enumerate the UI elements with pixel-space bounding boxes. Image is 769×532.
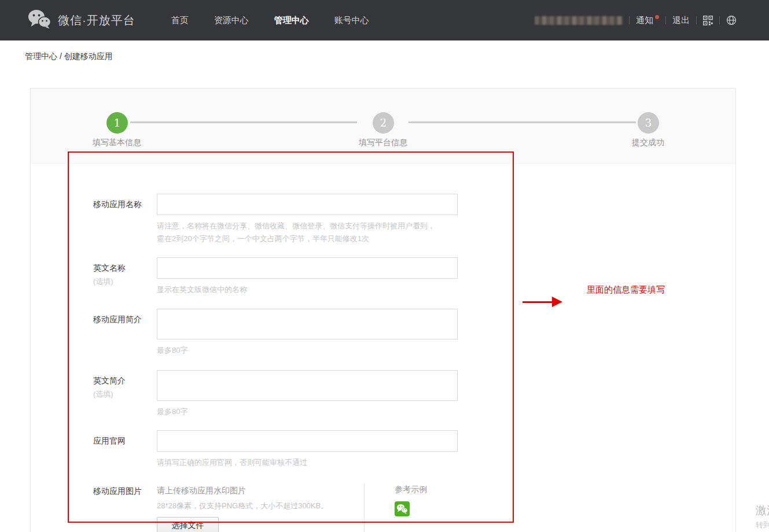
upload-instruction-line1: 请上传移动应用水印图片	[157, 485, 364, 496]
english-name-input[interactable]	[157, 257, 458, 279]
field-label-text: 英文简介	[93, 376, 126, 385]
create-app-panel: 1 填写基本信息 2 填写平台信息 3 提交成功 移动应用名称 请注意，名称将在…	[30, 88, 736, 532]
field-hint: 最多80字	[157, 344, 458, 357]
globe-icon[interactable]	[726, 15, 737, 25]
form-row-english-intro: 英文简介 (选填) 最多80字	[93, 370, 735, 418]
english-intro-textarea[interactable]	[157, 370, 458, 401]
notification-dot	[655, 15, 659, 19]
divider	[629, 16, 630, 24]
field-label: 移动应用简介	[93, 309, 157, 357]
divider	[665, 16, 666, 24]
field-label-text: 英文名称	[93, 263, 126, 272]
field-hint: 显示在英文版微信中的名称	[157, 283, 458, 296]
step-connector	[130, 121, 357, 123]
wechat-logo-icon	[28, 9, 51, 31]
divider	[719, 16, 720, 24]
divider	[696, 16, 697, 24]
qr-code-icon[interactable]	[703, 16, 713, 25]
upload-instruction-line2: 28*28像素，仅支持PNG格式，大小不超过300KB。	[157, 501, 364, 511]
optional-tag: (选填)	[93, 389, 157, 400]
nav-item-resources[interactable]: 资源中心	[214, 15, 249, 26]
field-hint: 请注意，名称将在微信分享、微信收藏、微信登录、微信支付等操作时被用户看到，	[157, 220, 458, 232]
field-label: 应用官网	[93, 430, 157, 469]
example-section: 参考示例	[364, 483, 427, 532]
top-navbar: 微信·开放平台 首页 资源中心 管理中心 账号中心 通知 退出	[0, 0, 769, 40]
annotation-text: 里面的信息需要填写	[587, 285, 665, 295]
wechat-green-icon	[395, 501, 427, 519]
step-label-3: 提交成功	[602, 138, 694, 148]
nav-item-management[interactable]: 管理中心	[274, 15, 309, 26]
step-circle-2: 2	[373, 112, 394, 134]
brand-title: 微信·开放平台	[58, 13, 135, 28]
basic-info-form: 移动应用名称 请注意，名称将在微信分享、微信收藏、微信登录、微信支付等操作时被用…	[31, 164, 735, 532]
form-row-app-intro: 移动应用简介 最多80字	[93, 309, 735, 357]
breadcrumb: 管理中心 / 创建移动应用	[25, 51, 113, 62]
breadcrumb-separator: /	[57, 51, 64, 61]
upload-instructions: 请上传移动应用水印图片 28*28像素，仅支持PNG格式，大小不超过300KB。…	[157, 483, 364, 532]
form-row-official-site: 应用官网 请填写正确的应用官网，否则可能审核不通过	[93, 430, 735, 469]
official-site-input[interactable]	[157, 430, 458, 452]
nav-item-home[interactable]: 首页	[171, 15, 189, 26]
field-label: 英文简介 (选填)	[93, 370, 157, 418]
example-label: 参考示例	[395, 483, 427, 495]
field-label: 英文名称 (选填)	[93, 257, 157, 296]
field-label: 移动应用名称	[93, 194, 157, 245]
step-circle-3: 3	[638, 112, 659, 134]
header-right-cluster: 通知 退出	[535, 0, 737, 40]
nav-item-account[interactable]: 账号中心	[334, 15, 369, 26]
main-nav: 首页 资源中心 管理中心 账号中心	[171, 15, 369, 26]
field-hint: 请填写正确的应用官网，否则可能审核不通过	[157, 456, 458, 469]
choose-file-button[interactable]: 选择文件	[157, 517, 219, 532]
logout-link[interactable]: 退出	[672, 15, 690, 26]
field-hint: 需在2到20个字节之间，一个中文占两个字节，半年只能修改1次	[157, 232, 458, 245]
notifications-link[interactable]: 通知	[636, 15, 653, 26]
optional-tag: (选填)	[93, 276, 157, 287]
annotation-arrow	[523, 301, 553, 303]
form-row-app-name: 移动应用名称 请注意，名称将在微信分享、微信收藏、微信登录、微信支付等操作时被用…	[93, 194, 735, 245]
form-row-app-image: 移动应用图片 请上传移动应用水印图片 28*28像素，仅支持PNG格式，大小不超…	[93, 483, 735, 532]
windows-activation-watermark-line1: 激活 Windows	[756, 503, 769, 518]
field-label: 移动应用图片	[93, 483, 157, 532]
username-redacted[interactable]	[535, 16, 623, 25]
step-circle-1: 1	[106, 112, 128, 134]
step-label-1: 填写基本信息	[71, 138, 163, 148]
field-hint: 最多80字	[157, 405, 458, 418]
app-intro-textarea[interactable]	[157, 309, 458, 339]
progress-stepper: 1 填写基本信息 2 填写平台信息 3 提交成功	[31, 88, 735, 164]
step-connector	[409, 121, 636, 123]
app-name-input[interactable]	[157, 194, 458, 215]
breadcrumb-current: 创建移动应用	[64, 51, 113, 61]
breadcrumb-parent[interactable]: 管理中心	[25, 51, 57, 61]
step-label-2: 填写平台信息	[337, 138, 429, 148]
brand-home-link[interactable]: 微信·开放平台	[28, 9, 135, 31]
windows-activation-watermark-line2: 转到“设置”以激活 Windows。	[756, 520, 769, 530]
annotation-arrow-head	[552, 297, 562, 307]
